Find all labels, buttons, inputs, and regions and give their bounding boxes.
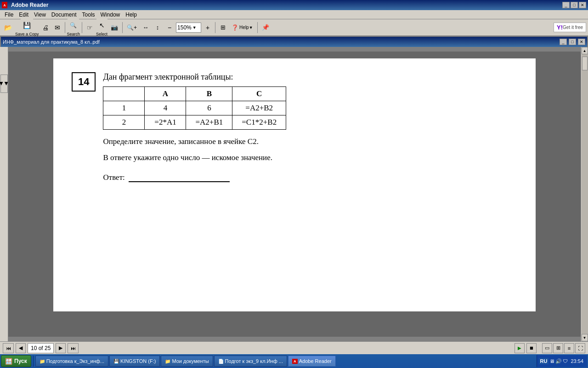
scroll-track — [582, 54, 588, 334]
menu-window[interactable]: Window — [98, 11, 123, 19]
spreadsheet-table: A B C 1 4 6 =A2+B2 2 — [103, 86, 286, 130]
zoom-in-plus-button[interactable] — [202, 21, 213, 34]
email-button[interactable] — [52, 21, 63, 34]
addon-button[interactable]: 📌 — [260, 21, 271, 34]
question-content: Дан фрагмент электронной таблицы: A B C … — [103, 72, 517, 182]
start-label: Пуск — [14, 358, 27, 364]
select-button[interactable] — [96, 19, 107, 32]
print-button[interactable] — [40, 21, 51, 34]
page-counter: 10 of 25 — [28, 343, 54, 353]
status-bar: ⏮ ◀ 10 of 25 ▶ ⏭ ▶ ⏹ ▭ ⊞ ≡ ⛶ — [0, 341, 588, 354]
cell-c1: =A2+B2 — [232, 101, 286, 115]
answer-field[interactable] — [129, 173, 230, 182]
save-copy-button[interactable] — [21, 19, 33, 32]
taskbar: 🪟 Пуск 📁 Подготовка к_Экз_инф... 💾 KINGS… — [0, 354, 588, 368]
taskbar-item-2[interactable]: 📁 Мои документы — [161, 356, 213, 367]
help-button[interactable]: ❓ Help ▼ — [229, 21, 255, 34]
pdf-close-btn[interactable]: ✕ — [578, 39, 585, 45]
yahoo-toolbar: Y! Get it free — [554, 23, 586, 32]
view-fullscreen-btn[interactable]: ⛶ — [575, 343, 585, 353]
col-header-b: B — [186, 87, 232, 101]
taskbar-item-1-label: KINGSTON (F:) — [120, 358, 156, 364]
next-page-button[interactable]: ▶ — [56, 343, 66, 353]
fit-width-button[interactable] — [152, 21, 163, 34]
minimize-button[interactable]: _ — [562, 2, 570, 8]
last-page-button[interactable]: ⏭ — [68, 343, 79, 353]
answer-label: Ответ: — [103, 173, 124, 182]
tray-volume-icon: 🔊 — [555, 358, 562, 364]
pdf-maximize-btn[interactable]: □ — [569, 39, 576, 45]
select-label: Select — [96, 32, 107, 36]
question-text-line1: Определите значение, записанное в ячейке… — [103, 135, 517, 148]
tray-clock: 23:54 — [569, 358, 585, 364]
zoom-out-btn[interactable] — [164, 21, 175, 34]
taskbar-item-0-label: Подготовка к_Экз_инф... — [46, 358, 104, 364]
cell-b2: =A2+B1 — [186, 115, 232, 130]
pdf-page: 14 Дан фрагмент электронной таблицы: A B… — [8, 52, 581, 337]
document-area: ИНФ_материал для практикума_8 кл..pdf _ … — [0, 36, 588, 341]
view-single-btn[interactable]: ▭ — [542, 343, 552, 353]
taskbar-item-2-label: Мои документы — [172, 358, 209, 364]
menu-help[interactable]: Help — [123, 11, 140, 19]
stop-button[interactable]: ⏹ — [526, 343, 537, 353]
view-scroll-btn[interactable]: ≡ — [564, 343, 574, 353]
start-button[interactable]: 🪟 Пуск — [1, 355, 31, 367]
help-label: Help — [239, 25, 249, 30]
maximize-button[interactable]: □ — [571, 2, 578, 8]
taskbar-item-0[interactable]: 📁 Подготовка к_Экз_инф... — [35, 356, 108, 367]
taskbar-item-4-adobe[interactable]: A Adobe Reader — [288, 356, 336, 367]
cell-c2: =C1*2+B2 — [232, 115, 286, 130]
menu-document[interactable]: Document — [49, 11, 79, 19]
snapshot-button[interactable] — [108, 21, 120, 34]
page-layout-button[interactable]: ⊞ — [217, 21, 228, 34]
tray-icon-lang: RU — [539, 358, 549, 364]
menu-bar: File Edit View Document Tools Window Hel… — [0, 10, 588, 19]
hand-button[interactable] — [84, 21, 95, 34]
play-button[interactable]: ▶ — [514, 343, 525, 353]
fit-height-button[interactable] — [140, 21, 151, 34]
question-title: Дан фрагмент электронной таблицы: — [103, 72, 517, 82]
pdf-minimize-btn[interactable]: _ — [560, 39, 567, 45]
left-panel: ▶▶ — [0, 47, 8, 341]
answer-line: Ответ: — [103, 173, 517, 182]
scroll-thumb[interactable] — [582, 57, 588, 70]
zoom-value-display[interactable]: 150% ▼ — [176, 23, 201, 33]
menu-edit[interactable]: Edit — [16, 11, 31, 19]
taskbar-item-1[interactable]: 💾 KINGSTON (F:) — [109, 356, 160, 367]
page-info-text: 10 of 25 — [31, 345, 51, 351]
left-panel-toggle[interactable]: ▶▶ — [0, 75, 8, 93]
menu-file[interactable]: File — [2, 11, 16, 19]
col-header-c: C — [232, 87, 286, 101]
taskbar-item-4-label: Adobe Reader — [299, 358, 332, 364]
cell-a1: 4 — [145, 101, 186, 115]
title-bar: A Adobe Reader _ □ ✕ — [0, 0, 588, 10]
view-double-btn[interactable]: ⊞ — [553, 343, 563, 353]
close-button[interactable]: ✕ — [579, 2, 586, 8]
menu-tools[interactable]: Tools — [79, 11, 98, 19]
question-number: 14 — [72, 72, 96, 92]
row-header-1: 1 — [103, 101, 145, 115]
pdf-filename: ИНФ_материал для практикума_8 кл..pdf — [3, 39, 100, 45]
yahoo-label: Get it free — [563, 25, 583, 30]
row-header-2: 2 — [103, 115, 145, 130]
cell-a2: =2*A1 — [145, 115, 186, 130]
prev-page-button[interactable]: ◀ — [16, 343, 26, 353]
search-button[interactable] — [68, 19, 79, 32]
system-tray: RU 🖥 🔊 🛡 23:54 — [537, 355, 587, 367]
tray-network-icon: 🖥 — [549, 358, 554, 364]
scroll-up-button[interactable]: ▲ — [582, 47, 588, 54]
tray-antivirus-icon: 🛡 — [563, 358, 568, 364]
col-header-a: A — [145, 87, 186, 101]
app-icon: A — [2, 2, 7, 8]
scroll-down-button[interactable]: ▼ — [582, 334, 588, 341]
app-title: Adobe Reader — [11, 2, 48, 8]
first-page-button[interactable]: ⏮ — [3, 343, 14, 353]
cell-b1: 6 — [186, 101, 232, 115]
zoom-in-button[interactable]: 🔍+ — [124, 21, 139, 34]
pdf-content-wrapper: ▶▶ 14 Дан фрагмент электронной таблицы: … — [0, 47, 588, 341]
menu-view[interactable]: View — [31, 11, 49, 19]
taskbar-item-3-label: Подгот к экз_9 кл.Инф ... — [225, 358, 283, 364]
pdf-page-content: 14 Дан фрагмент электронной таблицы: A B… — [53, 58, 536, 311]
open-button[interactable] — [2, 21, 14, 34]
taskbar-item-3[interactable]: 📄 Подгот к экз_9 кл.Инф ... — [214, 356, 287, 367]
